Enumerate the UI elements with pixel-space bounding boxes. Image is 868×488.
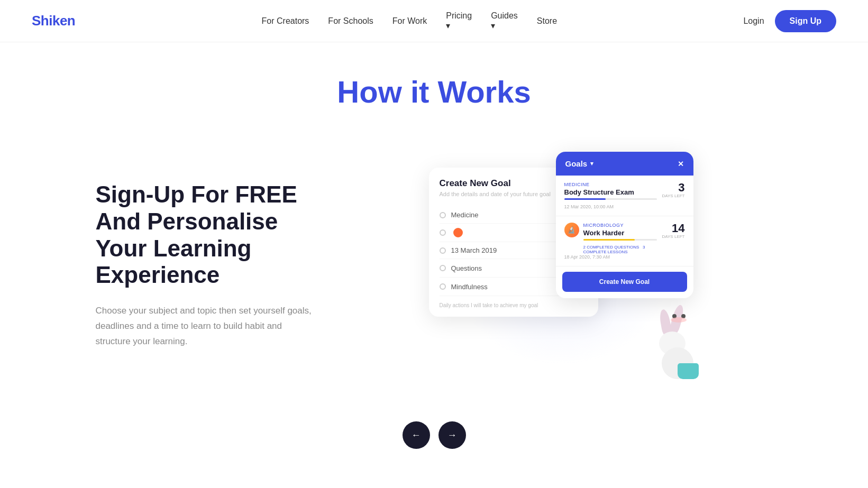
nav-item-work[interactable]: For Work <box>392 16 427 26</box>
main-content: How it Works Sign-Up For FREE And Person… <box>64 42 805 470</box>
nav-item-store[interactable]: Store <box>537 16 557 26</box>
goal-progress-bar-2 <box>583 239 657 241</box>
nav-item-schools[interactable]: For Schools <box>328 16 373 26</box>
goal-item-2: 🔬 MICROBIOLOGY Work Harder 2 COMPLETED Q… <box>556 216 693 266</box>
nav-links: For Creators For Schools For Work Pricin… <box>262 11 558 31</box>
brand-logo[interactable]: Shiken <box>32 13 75 29</box>
goals-card-header: Goals ▾ ✕ <box>556 152 693 176</box>
goal-days-2: 14 <box>662 223 685 234</box>
nav-actions: Login Sign Up <box>743 10 836 32</box>
goal-meta-1: 12 Mar 2020, 10:00 AM <box>564 204 685 209</box>
nav-item-creators[interactable]: For Creators <box>262 16 309 26</box>
goal-subtext-2: 2 COMPLETED QUESTIONS 3 COMPLETE LESSONS <box>583 245 657 254</box>
prev-arrow-icon: ← <box>412 430 421 441</box>
row-dot <box>440 265 446 271</box>
goal-meta-2: 18 Apr 2020, 7:30 AM <box>564 254 685 260</box>
signup-button[interactable]: Sign Up <box>775 10 836 32</box>
goals-header-action: ✕ <box>678 160 684 168</box>
next-arrow-icon: → <box>447 430 457 441</box>
row-dot <box>440 212 446 218</box>
goals-card: Goals ▾ ✕ MEDICINE Body Structure Exam <box>556 152 693 298</box>
goal-progress-fill-1 <box>564 198 606 200</box>
prev-arrow-button[interactable]: ← <box>403 421 430 449</box>
hero-text: Sign-Up For FREE And Personalise Your Le… <box>96 181 318 349</box>
goal-title-2: Work Harder <box>583 229 657 237</box>
guides-dropdown-arrow: ▾ <box>491 21 518 31</box>
create-goal-btn[interactable]: Create New Goal <box>562 272 687 292</box>
nav-item-guides[interactable]: Guides ▾ <box>491 11 518 31</box>
content-row: Sign-Up For FREE And Personalise Your Le… <box>96 131 773 411</box>
carousel-nav: ← → <box>96 411 773 470</box>
app-mockup: Create New Goal Add the details and date… <box>350 152 773 379</box>
login-button[interactable]: Login <box>743 16 764 26</box>
goal-days-1: 3 <box>662 182 685 194</box>
goal-progress-fill-2 <box>583 239 635 241</box>
row-dot <box>440 229 446 236</box>
hero-description: Choose your subject and topic then set y… <box>96 303 318 349</box>
pricing-dropdown-arrow: ▾ <box>446 21 472 31</box>
section-title-wrapper: How it Works <box>96 42 773 131</box>
hero-heading: Sign-Up For FREE And Personalise Your Le… <box>96 181 318 288</box>
goal-item-1: MEDICINE Body Structure Exam 3 DAYS LEFT <box>556 176 693 216</box>
row-dot <box>440 283 446 290</box>
goal-days-label-2: DAYS LEFT <box>662 234 685 239</box>
bunny-basket <box>678 363 699 379</box>
card-footer-text: Daily actions I will take to achieve my … <box>440 302 588 308</box>
goals-dropdown-icon: ▾ <box>590 160 593 167</box>
bunny-cheek <box>671 317 687 323</box>
bunny-mascot <box>651 321 704 379</box>
goal-days-label-1: DAYS LEFT <box>662 194 685 198</box>
goal-progress-bar-1 <box>564 198 657 200</box>
mockup-wrapper: Create New Goal Add the details and date… <box>429 152 693 379</box>
section-heading: How it Works <box>96 74 773 109</box>
navbar: Shiken For Creators For Schools For Work… <box>0 0 868 42</box>
row-label-questions: Questions <box>451 264 573 272</box>
row-label-mindfulness: Mindfulness <box>451 283 573 291</box>
goal-title-1: Body Structure Exam <box>564 188 657 196</box>
row-date: 13 March 2019 <box>451 246 559 254</box>
goal-category-1: MEDICINE <box>564 182 657 187</box>
row-dot <box>440 247 446 254</box>
goal-avatar-2: 🔬 <box>564 223 579 237</box>
goal-date-1: 12 Mar 2020, 10:00 AM <box>564 204 614 209</box>
nav-item-pricing[interactable]: Pricing ▾ <box>446 11 472 31</box>
goal-category-2: MICROBIOLOGY <box>583 223 657 228</box>
goal-date-2: 18 Apr 2020, 7:30 AM <box>564 254 610 260</box>
color-swatch-orange[interactable] <box>453 228 463 237</box>
goals-header-label: Goals <box>565 159 588 168</box>
next-arrow-button[interactable]: → <box>438 421 466 449</box>
